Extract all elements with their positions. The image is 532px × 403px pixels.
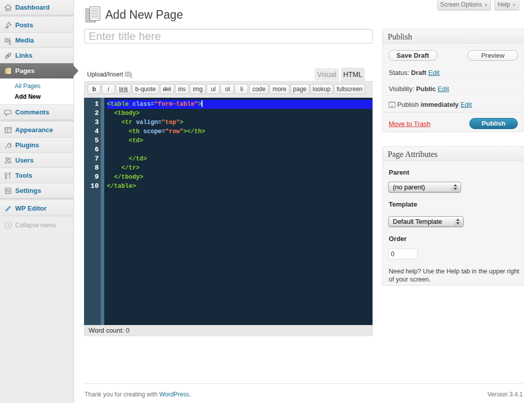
svg-text:11: 11 xyxy=(390,104,394,107)
